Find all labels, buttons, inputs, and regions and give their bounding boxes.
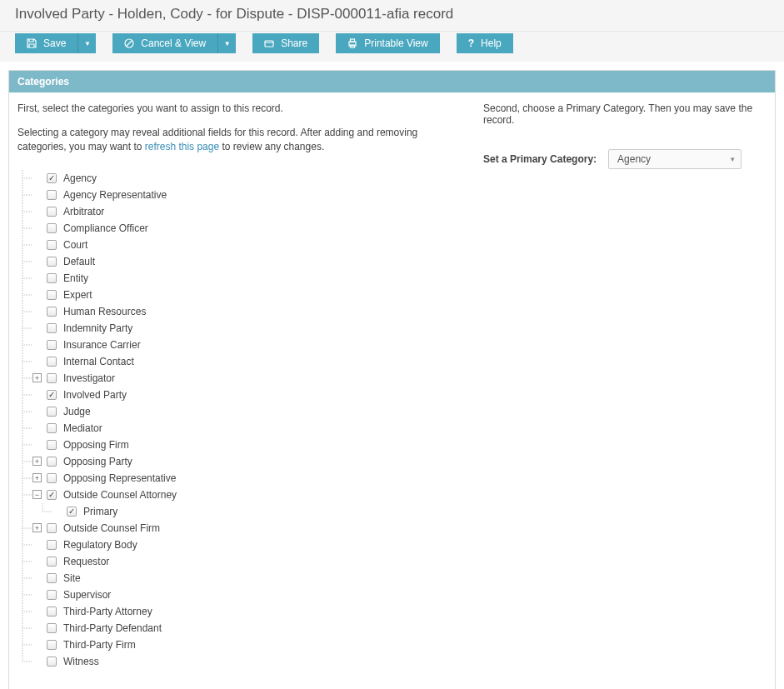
tree-connector [17,187,37,203]
save-label: Save [43,37,66,49]
share-button[interactable]: Share [252,33,319,53]
category-checkbox[interactable] [47,207,57,217]
save-icon [27,38,37,48]
category-label: Outside Counsel Attorney [63,489,177,501]
tree-connector [17,320,37,337]
cancel-view-button[interactable]: Cancel & View [112,33,217,53]
tree-node: Judge [17,403,467,420]
tree-node: Internal Contact [17,353,467,370]
category-checkbox[interactable] [47,540,57,550]
category-checkbox[interactable] [47,323,57,333]
category-checkbox[interactable] [47,257,57,267]
tree-connector [17,653,37,670]
chevron-down-icon: ▼ [224,40,231,47]
tree-connector [17,203,37,220]
category-checkbox[interactable] [47,657,57,667]
tree-connector [17,470,37,487]
category-checkbox[interactable] [47,557,57,567]
help-button[interactable]: ? Help [457,33,513,53]
tree-node: Involved Party [17,387,467,403]
categories-panel: Categories First, select the categories … [8,70,776,689]
category-checkbox[interactable] [47,573,57,583]
help-icon: ? [468,37,474,49]
category-checkbox[interactable] [47,423,57,433]
category-checkbox[interactable] [47,190,57,200]
tree-node: −Outside Counsel Attorney [17,487,467,503]
category-checkbox[interactable] [47,490,57,500]
category-checkbox[interactable] [47,273,57,283]
tree-connector [17,270,37,287]
category-checkbox[interactable] [47,623,57,633]
category-checkbox[interactable] [47,373,57,383]
svg-rect-5 [351,39,355,42]
category-label: Involved Party [63,389,127,401]
category-checkbox[interactable] [47,290,57,300]
category-checkbox[interactable] [47,457,57,467]
category-checkbox[interactable] [47,607,57,617]
category-label: Judge [63,406,91,417]
tree-connector [17,220,37,237]
category-checkbox[interactable] [47,357,57,367]
category-label: Third-Party Defendant [63,622,162,634]
refresh-page-link[interactable]: refresh this page [145,141,219,152]
category-tree: AgencyAgency RepresentativeArbitratorCom… [17,170,467,670]
tree-node: Third-Party Defendant [17,620,467,637]
save-button[interactable]: Save [15,33,77,53]
category-label: Opposing Party [63,456,132,467]
tree-connector [17,403,37,420]
category-checkbox[interactable] [47,473,57,483]
category-checkbox[interactable] [47,590,57,600]
tree-connector [17,237,37,253]
tree-node: Insurance Carrier [17,337,467,353]
tree-node: Agency Representative [17,187,467,203]
tree-connector [17,420,37,437]
category-checkbox[interactable] [47,440,57,450]
category-checkbox[interactable] [47,640,57,650]
tree-connector [17,587,37,603]
category-label: Entity [63,272,88,284]
tree-connector [17,487,37,503]
tree-node: Arbitrator [17,203,467,220]
tree-connector [17,370,37,387]
category-label: Witness [63,656,99,667]
category-checkbox[interactable] [47,240,57,250]
category-checkbox[interactable] [67,507,77,517]
category-checkbox[interactable] [47,307,57,317]
tree-connector [17,337,37,353]
category-checkbox[interactable] [47,390,57,400]
intro-first-line: First, select the categories you want to… [17,102,467,114]
tree-node: Indemnity Party [17,320,467,337]
save-dropdown-toggle[interactable]: ▼ [77,33,96,53]
tree-node: Agency [17,170,467,187]
category-checkbox[interactable] [47,340,57,350]
tree-child-node: Primary [17,503,467,520]
tree-node: Supervisor [17,587,467,603]
primary-category-label: Set a Primary Category: [483,153,597,165]
tree-node: Default [17,253,467,270]
cancel-dropdown-toggle[interactable]: ▼ [217,33,236,53]
panel-header: Categories [9,71,775,92]
share-label: Share [281,37,307,49]
category-checkbox[interactable] [47,173,57,183]
printable-view-button[interactable]: Printable View [336,33,440,53]
category-checkbox[interactable] [47,407,57,417]
tree-connector [17,637,37,653]
category-label: Requestor [63,556,109,567]
primary-category-value: Agency [617,153,651,165]
tree-node: +Opposing Party [17,453,467,470]
intro-para-after: to review any changes. [219,141,324,152]
toolbar: Save ▼ Cancel & View ▼ Share [0,32,784,62]
category-label: Primary [83,506,117,517]
tree-node: Expert [17,287,467,303]
tree-connector [17,503,37,520]
tree-connector [17,537,37,553]
category-label: Default [63,256,95,267]
category-label: Human Resources [63,306,146,317]
svg-line-1 [127,41,132,46]
category-label: Investigator [63,372,115,384]
primary-category-dropdown[interactable]: Agency ▼ [608,149,742,169]
category-checkbox[interactable] [47,523,57,533]
svg-rect-2 [265,41,273,47]
category-checkbox[interactable] [47,223,57,233]
tree-connector [17,287,37,303]
